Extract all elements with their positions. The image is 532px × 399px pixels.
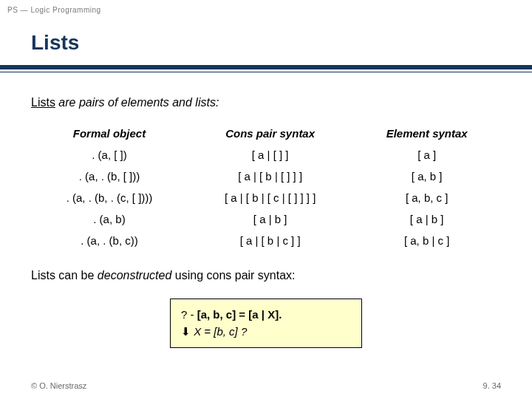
cell: [ a | b ] (352, 208, 501, 230)
arrow-down-icon: ⬇ (181, 325, 191, 338)
cell: [ a | [ b | [ ] ] ] (188, 166, 352, 187)
footer-page: 9. 34 (483, 381, 501, 390)
rule-thick (0, 65, 532, 69)
intro-subject: Lists (31, 96, 55, 109)
th-formal: Formal object (31, 123, 188, 144)
table-row: . (a, . (b, . (c, [ ]))) [ a | [ b | [ c… (31, 187, 501, 208)
th-element: Element syntax (352, 123, 501, 144)
cell: . (a, [ ]) (31, 144, 188, 166)
footer-author: © O. Nierstrasz (31, 381, 86, 390)
post-pre: Lists can be (31, 269, 98, 282)
intro-verb: are (58, 96, 79, 109)
code-query: [a, b, c] = [a | X]. (197, 308, 282, 321)
table-row: . (a, [ ]) [ a | [ ] ] [ a ] (31, 144, 501, 166)
cell: [ a, b, c ] (352, 187, 501, 208)
page-title: Lists (0, 24, 532, 65)
cell: [ a | [ ] ] (188, 144, 352, 166)
slide-top-label: PS — Logic Programming (7, 6, 101, 14)
cell: . (a, . (b, c)) (31, 230, 188, 251)
cell: [ a ] (352, 144, 501, 166)
code-line-1: ? - [a, b, c] = [a | X]. (181, 307, 351, 324)
cell: [ a, b ] (352, 166, 501, 187)
table-row: . (a, b) [ a | b ] [ a | b ] (31, 208, 501, 230)
lists-table: Formal object Cons pair syntax Element s… (31, 123, 501, 251)
content: Lists are pairs of elements and lists: F… (31, 96, 501, 348)
intro-sentence: Lists are pairs of elements and lists: (31, 96, 501, 109)
code-result: X = [b, c] ? (194, 325, 247, 338)
table-row: . (a, . (b, c)) [ a | [ b | c ] ] [ a, b… (31, 230, 501, 251)
post-post: using cons pair syntax: (175, 269, 296, 282)
intro-rest: pairs of elements and lists: (79, 96, 219, 109)
cell: [ a, b | c ] (352, 230, 501, 251)
table-row: . (a, . (b, [ ])) [ a | [ b | [ ] ] ] [ … (31, 166, 501, 187)
post-sentence: Lists can be deconstructed using cons pa… (31, 269, 501, 282)
cell: . (a, b) (31, 208, 188, 230)
code-prompt: ? - (181, 308, 197, 321)
slide: PS — Logic Programming Lists Lists are p… (0, 0, 532, 399)
cell: [ a | [ b | [ c | [ ] ] ] ] (188, 187, 352, 208)
post-emph: deconstructed (98, 269, 172, 282)
th-cons: Cons pair syntax (188, 123, 352, 144)
code-line-2: ⬇ X = [b, c] ? (181, 324, 351, 341)
cell: [ a | [ b | c ] ] (188, 230, 352, 251)
rule-thin (0, 72, 532, 72)
title-block: Lists (0, 24, 532, 72)
cell: . (a, . (b, [ ])) (31, 166, 188, 187)
cell: [ a | b ] (188, 208, 352, 230)
cell: . (a, . (b, . (c, [ ]))) (31, 187, 188, 208)
code-box: ? - [a, b, c] = [a | X]. ⬇ X = [b, c] ? (170, 299, 362, 348)
